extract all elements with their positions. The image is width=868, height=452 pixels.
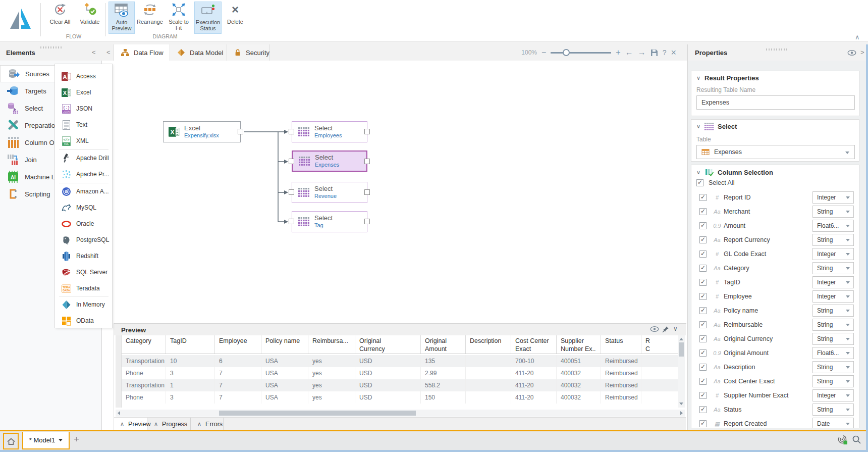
source-access[interactable]: A Access	[55, 68, 112, 84]
column-type-dropdown[interactable]: String	[812, 234, 854, 246]
source-postgresql[interactable]: PostgreSQL	[55, 232, 112, 248]
clear-all-button[interactable]: Clear All	[46, 2, 74, 34]
bottom-tab-preview[interactable]: ∧ Preview	[114, 418, 147, 430]
column-type-dropdown[interactable]: Date	[812, 418, 854, 428]
home-button[interactable]	[3, 433, 19, 449]
source-redshift[interactable]: Redshift	[55, 248, 112, 264]
column-type-dropdown[interactable]: String	[812, 361, 854, 373]
column-checkbox[interactable]	[699, 378, 707, 385]
table-header-cell[interactable]: Original Currency	[355, 335, 421, 354]
source-apache-drill[interactable]: Apache Drill	[55, 150, 112, 166]
table-header-cell[interactable]: Reimbursa...	[308, 335, 355, 354]
column-type-dropdown[interactable]: String	[812, 404, 854, 416]
node-select-tag[interactable]: Select Tag	[292, 211, 367, 232]
column-type-dropdown[interactable]: Float6...	[812, 220, 854, 232]
column-checkbox[interactable]	[699, 321, 707, 328]
section-collapse-icon[interactable]: ∨	[696, 75, 700, 81]
zoom-slider-handle[interactable]	[563, 49, 570, 56]
source-xml[interactable]: </>XML XML	[55, 133, 112, 149]
source-oracle[interactable]: Oracle	[55, 216, 112, 232]
column-type-dropdown[interactable]: Integer	[812, 290, 854, 303]
auto-preview-button[interactable]: Auto Preview	[108, 2, 135, 34]
connection-status-icon[interactable]	[838, 435, 848, 445]
output-port[interactable]	[364, 189, 370, 195]
tab-security[interactable]: Security	[227, 44, 270, 61]
table-header-cell[interactable]: R C	[641, 335, 678, 354]
preview-collapse-icon[interactable]: ∨	[673, 325, 678, 332]
table-header-cell[interactable]: Cost Center Exact	[511, 335, 557, 354]
table-row[interactable]: Transportation1 7USA yesUSD 558.2 411-20…	[122, 379, 678, 391]
search-icon[interactable]	[852, 435, 861, 444]
output-port[interactable]	[364, 219, 370, 224]
bottom-tab-progress[interactable]: ∧ Progress	[148, 418, 191, 430]
tab-scroll-left-icon[interactable]: <	[106, 48, 111, 56]
execution-status-button[interactable]: Execution Status	[194, 2, 222, 34]
node-excel[interactable]: X Excel Expensify.xlsx	[163, 121, 241, 142]
column-type-dropdown[interactable]: String	[812, 305, 854, 317]
zoom-slider[interactable]	[551, 49, 611, 56]
collapse-properties-icon[interactable]: >	[860, 48, 864, 56]
source-mysql[interactable]: MySQL	[55, 199, 112, 216]
table-row[interactable]: Phone3 7USA yesUSD 150 411-20400032 Reim…	[122, 391, 678, 404]
table-header-cell[interactable]: TagID	[166, 335, 215, 354]
tab-data-model[interactable]: Data Model	[170, 44, 227, 61]
column-checkbox[interactable]	[699, 349, 707, 357]
column-type-dropdown[interactable]: String	[812, 375, 854, 387]
section-collapse-icon[interactable]: ∨	[696, 123, 700, 130]
validate-button[interactable]: Validate	[76, 2, 104, 34]
preview-pin-icon[interactable]	[662, 326, 669, 333]
source-sql-server[interactable]: SQL Server	[55, 264, 112, 280]
source-json[interactable]: {:}JSON JSON	[55, 101, 112, 117]
column-type-dropdown[interactable]: Integer	[812, 276, 854, 288]
table-header-cell[interactable]: Policy name	[261, 335, 308, 354]
vertical-scrollbar[interactable]	[678, 335, 685, 408]
horizontal-scrollbar[interactable]	[116, 410, 685, 417]
column-type-dropdown[interactable]: Integer	[812, 248, 854, 260]
bottom-tab-errors[interactable]: ∧ Errors	[191, 418, 224, 430]
node-select-employees[interactable]: Select Employees	[292, 121, 367, 142]
scroll-right-icon[interactable]	[680, 411, 683, 415]
close-icon[interactable]: ×	[671, 48, 676, 57]
panel-grip[interactable]	[766, 48, 787, 51]
source-excel[interactable]: X Excel	[55, 84, 112, 101]
collapse-ribbon-icon[interactable]: ∧	[855, 33, 860, 41]
scroll-left-icon[interactable]	[118, 411, 120, 415]
source-amazon-athena[interactable]: Amazon A...	[55, 183, 112, 199]
input-port[interactable]	[289, 159, 294, 164]
panel-grip[interactable]	[40, 46, 62, 48]
column-checkbox[interactable]	[699, 250, 707, 258]
table-header-cell[interactable]: Status	[601, 335, 641, 354]
source-teradata[interactable]: TERADATA Teradata	[55, 280, 112, 296]
column-checkbox[interactable]	[699, 194, 707, 201]
undo-icon[interactable]: ←	[625, 48, 633, 57]
redo-icon[interactable]: →	[638, 48, 646, 57]
source-apache-presto[interactable]: Apache Pr...	[55, 166, 112, 182]
column-checkbox[interactable]	[699, 420, 707, 427]
scroll-down-icon[interactable]	[679, 403, 683, 405]
scale-to-fit-button[interactable]: Scale to Fit	[165, 2, 192, 34]
rearrange-button[interactable]: Rearrange	[137, 2, 163, 34]
column-type-dropdown[interactable]: Integer	[812, 389, 854, 401]
model-tab[interactable]: * Model1	[22, 432, 70, 449]
column-type-dropdown[interactable]: Integer	[812, 191, 854, 204]
output-port[interactable]	[238, 129, 243, 134]
table-header-cell[interactable]: Category	[122, 335, 166, 354]
select-all-checkbox[interactable]	[696, 179, 703, 186]
input-port[interactable]	[289, 219, 294, 224]
table-header-cell[interactable]: Supplier Number Ex..	[557, 335, 601, 354]
input-port[interactable]	[289, 189, 294, 195]
output-port[interactable]	[364, 129, 370, 134]
node-select-expenses[interactable]: Select Expenses	[292, 150, 367, 172]
column-type-dropdown[interactable]: String	[812, 319, 854, 331]
column-checkbox[interactable]	[699, 364, 707, 371]
help-icon[interactable]: ?	[663, 48, 667, 57]
source-in-memory[interactable]: In Memory	[55, 296, 112, 313]
column-checkbox[interactable]	[699, 293, 707, 300]
output-port[interactable]	[364, 159, 370, 164]
resulting-table-name-input[interactable]: Expenses	[696, 95, 855, 110]
column-checkbox[interactable]	[699, 208, 707, 215]
section-collapse-icon[interactable]: ∨	[696, 169, 700, 176]
column-checkbox[interactable]	[699, 335, 707, 342]
column-checkbox[interactable]	[699, 236, 707, 243]
zoom-out-icon[interactable]: −	[541, 48, 546, 57]
